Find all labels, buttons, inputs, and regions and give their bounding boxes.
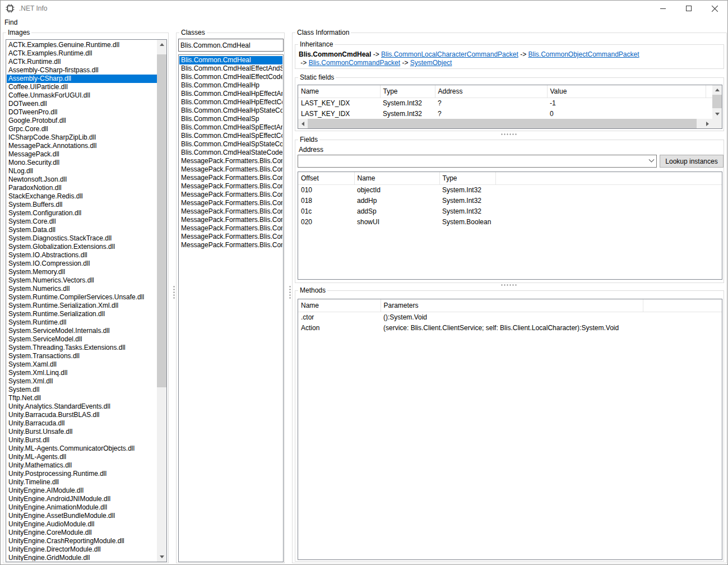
column-header-name[interactable]: Name <box>298 85 380 98</box>
scroll-thumb[interactable] <box>157 54 166 387</box>
list-item[interactable]: Unity.Mathematics.dll <box>7 461 157 470</box>
list-item[interactable]: Grpc.Core.dll <box>7 125 157 133</box>
column-header-offset[interactable]: Offset <box>298 172 354 184</box>
list-item[interactable]: MessagePack.Formatters.Blis.Comm <box>179 207 282 216</box>
list-item[interactable]: UnityEngine.DirectorModule.dll <box>7 545 157 554</box>
list-item[interactable]: Blis.Common.CmdHealSpEffectCoc <box>179 132 282 140</box>
list-item[interactable]: UnityEngine.AudioModule.dll <box>7 520 157 529</box>
list-item[interactable]: DOTweenPro.dll <box>7 108 157 117</box>
inheritance-link[interactable]: Blis.CommonObjectCommandPacket <box>528 50 639 58</box>
table-row[interactable]: 020showUISystem.Boolean <box>298 216 722 227</box>
list-item[interactable]: System.Configuration.dll <box>7 209 157 217</box>
list-item[interactable]: System.Runtime.CompilerServices.Unsafe.d… <box>7 293 157 302</box>
static-fields-vertical-scrollbar[interactable] <box>712 85 722 119</box>
list-item[interactable]: Blis.Common.CmdHealEffectAndSt <box>179 64 282 73</box>
list-item[interactable]: Newtonsoft.Json.dll <box>7 175 157 184</box>
maximize-button[interactable] <box>676 1 702 16</box>
list-item[interactable]: System.Diagnostics.StackTrace.dll <box>7 234 157 243</box>
list-item[interactable]: System.Threading.Tasks.Extensions.dll <box>7 344 157 352</box>
list-item[interactable]: Unity.Burst.dll <box>7 436 157 444</box>
list-item[interactable]: MessagePack.dll <box>7 150 157 159</box>
list-item[interactable]: Coffee.UIParticle.dll <box>7 83 157 91</box>
lookup-instances-button[interactable]: Lookup instances <box>660 155 724 168</box>
list-item[interactable]: MessagePack.Formatters.Blis.Comm <box>179 199 282 207</box>
list-item[interactable]: Blis.Common.CmdHealSpEffectAnc <box>179 123 282 132</box>
list-item[interactable]: Blis.Common.CmdHeal <box>179 56 282 64</box>
list-item[interactable]: System.Memory.dll <box>7 268 157 276</box>
list-item[interactable]: Blis.Common.CmdHealSpStateCod <box>179 140 282 149</box>
scroll-down-arrow[interactable] <box>712 109 722 119</box>
list-item[interactable]: Assembly-CSharp.dll <box>7 75 157 83</box>
list-item[interactable]: Unity.Barracuda.BurstBLAS.dll <box>7 411 157 419</box>
list-item[interactable]: Unity.Analytics.StandardEvents.dll <box>7 402 157 411</box>
column-header-name[interactable]: Name <box>354 172 439 184</box>
list-item[interactable]: Blis.Common.CmdHealHpEffectAn <box>179 90 282 98</box>
list-item[interactable]: MessagePack.Formatters.Blis.Comm <box>179 165 282 174</box>
column-header-name[interactable]: Name <box>298 299 381 312</box>
list-item[interactable]: System.Buffers.dll <box>7 201 157 209</box>
list-item[interactable]: System.Xml.Linq.dll <box>7 369 157 377</box>
list-item[interactable]: System.ServiceModel.dll <box>7 335 157 344</box>
list-item[interactable]: UnityEngine.CrashReportingModule.dll <box>7 537 157 545</box>
table-row[interactable]: 01caddSpSystem.Int32 <box>298 206 722 216</box>
splitter-static-fields[interactable] <box>293 132 726 136</box>
column-header-value[interactable]: Value <box>547 85 706 98</box>
list-item[interactable]: Blis.Common.CmdHealStateCode <box>179 149 282 157</box>
list-item[interactable]: StackExchange.Redis.dll <box>7 192 157 201</box>
list-item[interactable]: Unity.ML-Agents.dll <box>7 453 157 461</box>
list-item[interactable]: UnityEngine.AndroidJNIModule.dll <box>7 495 157 503</box>
inheritance-link[interactable]: Blis.CommonCommandPacket <box>309 59 400 67</box>
list-item[interactable]: System.Data.dll <box>7 226 157 234</box>
list-item[interactable]: UnityEngine.AssetBundleModule.dll <box>7 512 157 520</box>
list-item[interactable]: System.Numerics.Vectors.dll <box>7 276 157 285</box>
list-item[interactable]: Tftp.Net.dll <box>7 394 157 402</box>
splitter-fields-methods[interactable] <box>293 282 726 287</box>
inheritance-link[interactable]: SystemObject <box>410 59 452 67</box>
list-item[interactable]: ACTk.Examples.Runtime.dll <box>7 49 157 58</box>
menu-find[interactable]: Find <box>1 17 21 27</box>
list-item[interactable]: Blis.Common.CmdHealHpEffectCo <box>179 98 282 106</box>
list-item[interactable]: Blis.Common.CmdHealHpStateCod <box>179 106 282 115</box>
list-item[interactable]: Unity.Timeline.dll <box>7 478 157 487</box>
list-item[interactable]: Unity.Burst.Unsafe.dll <box>7 428 157 436</box>
scroll-up-arrow[interactable] <box>157 40 166 49</box>
list-item[interactable]: System.dll <box>7 386 157 394</box>
list-item[interactable]: Coffee.UnmaskForUGUI.dll <box>7 91 157 100</box>
list-item[interactable]: Google.Protobuf.dll <box>7 117 157 125</box>
list-item[interactable]: System.IO.Abstractions.dll <box>7 251 157 260</box>
list-item[interactable]: Mono.Security.dll <box>7 159 157 167</box>
list-item[interactable]: ACTk.Runtime.dll <box>7 58 157 66</box>
list-item[interactable]: DOTween.dll <box>7 100 157 108</box>
close-button[interactable] <box>702 1 727 16</box>
scroll-up-arrow[interactable] <box>712 85 722 95</box>
list-item[interactable]: Unity.Barracuda.dll <box>7 419 157 428</box>
column-header-type[interactable]: Type <box>439 172 495 184</box>
list-item[interactable]: MessagePack.Formatters.Blis.Comm <box>179 191 282 199</box>
list-item[interactable]: UnityEngine.GridModule.dll <box>7 554 157 561</box>
list-item[interactable]: Unity.ML-Agents.CommunicatorObjects.dll <box>7 444 157 453</box>
list-item[interactable]: MessagePack.Formatters.Blis.Comm <box>179 224 282 233</box>
scroll-thumb[interactable] <box>308 119 697 128</box>
list-item[interactable]: Blis.Common.CmdHealEffectCode <box>179 73 282 81</box>
images-vertical-scrollbar[interactable] <box>157 40 166 562</box>
column-header-type[interactable]: Type <box>380 85 435 98</box>
table-row[interactable]: LAST_KEY_IDXSystem.Int32?0 <box>298 108 712 119</box>
list-item[interactable]: Assembly-CSharp-firstpass.dll <box>7 66 157 75</box>
table-row[interactable]: 018addHpSystem.Int32 <box>298 195 722 206</box>
list-item[interactable]: System.Xaml.dll <box>7 360 157 369</box>
list-item[interactable]: System.Runtime.Serialization.dll <box>7 310 157 318</box>
list-item[interactable]: System.Numerics.dll <box>7 285 157 293</box>
static-fields-horizontal-scrollbar[interactable] <box>298 119 712 128</box>
splitter-images-classes[interactable] <box>171 284 176 300</box>
column-header-parameters[interactable]: Parameters <box>381 299 643 312</box>
list-item[interactable]: UnityEngine.CoreModule.dll <box>7 529 157 537</box>
list-item[interactable]: MessagePack.Formatters.Blis.Comm <box>179 216 282 224</box>
list-item[interactable]: ACTk.Examples.Genuine.Runtime.dll <box>7 41 157 49</box>
list-item[interactable]: ICSharpCode.SharpZipLib.dll <box>7 133 157 142</box>
list-item[interactable]: NLog.dll <box>7 167 157 175</box>
list-item[interactable]: System.Globalization.Extensions.dll <box>7 243 157 251</box>
address-combobox[interactable] <box>298 155 657 168</box>
table-row[interactable]: LAST_KEY_IDXSystem.Int32?-1 <box>298 98 712 108</box>
list-item[interactable]: System.Runtime.Serialization.Xml.dll <box>7 302 157 310</box>
scroll-thumb[interactable] <box>712 95 722 108</box>
